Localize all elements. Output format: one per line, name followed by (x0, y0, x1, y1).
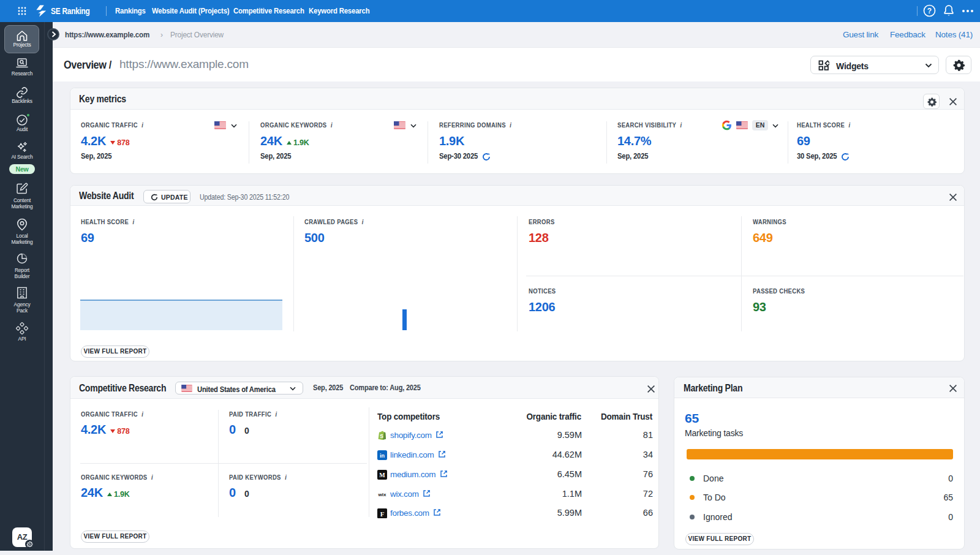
svg-text:M: M (379, 472, 385, 478)
svg-text:F: F (380, 510, 385, 518)
svg-text:in: in (380, 453, 385, 459)
svg-text:S: S (380, 433, 383, 439)
svg-text:wix: wix (378, 492, 386, 497)
svg-text:?: ? (927, 7, 932, 15)
